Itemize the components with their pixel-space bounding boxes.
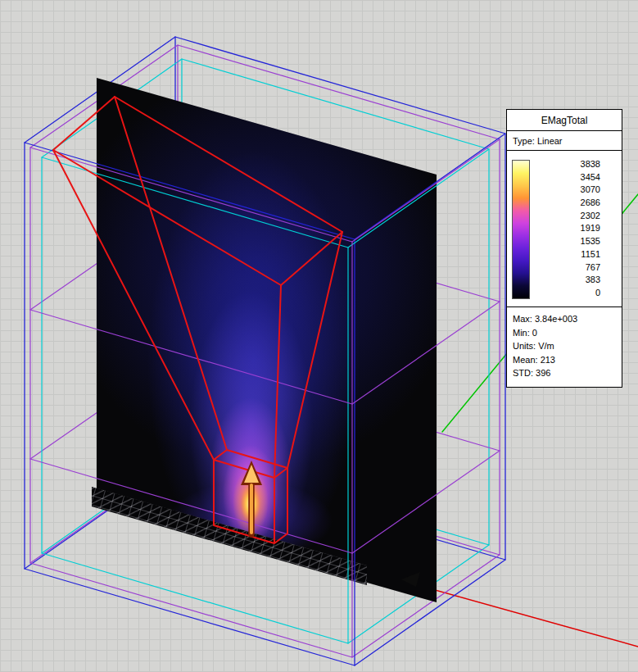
legend-scale-labels: 3838 3454 3070 2686 2302 1919 1535 1151 … <box>530 160 600 297</box>
scale-value: 0 <box>530 288 600 297</box>
scale-value: 3838 <box>530 160 600 169</box>
scale-value: 2302 <box>530 211 600 220</box>
legend-title: EMagTotal <box>507 110 622 131</box>
legend-scale: 3838 3454 3070 2686 2302 1919 1535 1151 … <box>507 151 622 307</box>
scale-value: 1151 <box>530 250 600 259</box>
scale-value: 1919 <box>530 224 600 233</box>
legend-stats: Max: 3.84e+003 Min: 0 Units: V/m Mean: 2… <box>507 307 622 387</box>
field-cut-plane[interactable] <box>64 70 457 602</box>
scale-value: 3070 <box>530 185 600 194</box>
field-legend-panel[interactable]: EMagTotal Type: Linear 3838 3454 3070 26… <box>506 109 622 388</box>
scale-value: 383 <box>530 275 600 284</box>
scale-value: 2686 <box>530 198 600 207</box>
stat-mean: Mean: 213 <box>513 353 618 367</box>
modeler-viewport: EMagTotal Type: Linear 3838 3454 3070 26… <box>0 0 638 672</box>
stat-max: Max: 3.84e+003 <box>513 312 618 326</box>
stat-units: Units: V/m <box>513 339 618 353</box>
legend-type-label: Type: Linear <box>507 131 622 151</box>
scale-value: 767 <box>530 263 600 272</box>
scale-value: 3454 <box>530 173 600 182</box>
stat-std: STD: 396 <box>513 366 618 380</box>
legend-colorbar <box>512 160 530 299</box>
stat-min: Min: 0 <box>513 326 618 340</box>
scale-value: 1535 <box>530 237 600 246</box>
